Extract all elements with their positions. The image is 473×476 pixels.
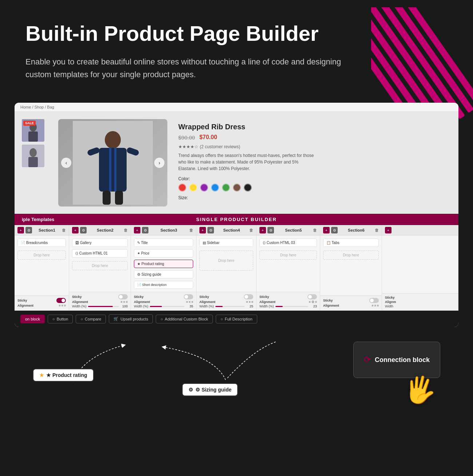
section5-drop[interactable]: Drop here	[259, 251, 317, 260]
block-tabs[interactable]: 📋 Tabs	[323, 239, 379, 247]
section2-drop[interactable]: Drop here	[72, 261, 128, 270]
main-product-image: ‹ ›	[58, 119, 167, 206]
section5-gear-btn[interactable]: ⚙	[267, 227, 274, 233]
align-center-2[interactable]: ≡	[123, 300, 125, 304]
section6-gear-btn[interactable]: ⚙	[331, 227, 338, 233]
section6-title: Section6	[348, 228, 365, 232]
prev-arrow[interactable]: ‹	[61, 158, 71, 168]
section4-drop[interactable]: Drop here	[199, 251, 253, 271]
swatch-green[interactable]	[222, 184, 230, 192]
section4-gear-btn[interactable]: ⚙	[207, 227, 214, 233]
hero-title: Built-in Product Page Builder	[25, 22, 324, 45]
section-col-5: + ⚙ Section5 🗑 ⟨⟩ Custom HTML 03 Drop he…	[257, 225, 320, 310]
svg-point-11	[29, 148, 37, 157]
hero-section: Built-in Product Page Builder Enable you…	[0, 0, 473, 95]
svg-point-8	[29, 123, 37, 131]
block-custom-html-01[interactable]: ⟨⟩ Custom HTML 01	[72, 249, 128, 257]
section1-add-btn[interactable]: +	[17, 227, 24, 233]
svg-point-14	[105, 131, 121, 149]
align-right[interactable]: ≡	[64, 304, 66, 307]
section6-add-btn[interactable]: +	[323, 227, 330, 233]
align-left-2[interactable]: ≡	[120, 300, 122, 304]
align-center[interactable]: ≡	[61, 304, 63, 307]
section3-title: Section3	[160, 228, 177, 232]
builder-bar-left-label: iple Templates	[22, 217, 54, 222]
block-breadcrumbs[interactable]: 📄 Breadcrumbs	[17, 239, 66, 247]
hero-description: Enable you to create beautiful online st…	[25, 55, 342, 81]
swatch-purple[interactable]	[200, 184, 208, 192]
swatch-yellow[interactable]	[189, 184, 197, 192]
full-desc-icon: ○	[220, 317, 223, 321]
toolbar-on-block[interactable]: on block	[20, 315, 45, 323]
section4-delete[interactable]: 🗑	[249, 228, 253, 232]
section5-header: + ⚙ Section5 🗑	[257, 225, 320, 236]
section4-sticky-toggle[interactable]	[244, 294, 253, 299]
section1-drop[interactable]: Drop here	[17, 251, 66, 260]
block-sidebar[interactable]: ▤ Sidebar	[199, 239, 253, 247]
section3-header: + ⚙ Section3 🗑	[131, 225, 196, 236]
floating-sizing-label: ⚙ ⚙ Sizing guide	[182, 383, 238, 396]
section4-add-btn[interactable]: +	[199, 227, 206, 233]
section3-gear-btn[interactable]: ⚙	[142, 227, 148, 233]
section6-drop[interactable]: Drop here	[323, 251, 379, 260]
section3-body: ✎ Title ✦ Price ★ Product rating ⚙ Sizin…	[131, 236, 196, 292]
toolbar-compare[interactable]: ○ Compare	[76, 315, 106, 323]
next-arrow[interactable]: ›	[154, 158, 164, 168]
thumbnail-1[interactable]	[22, 119, 44, 142]
section-col-extra: + Sticky Alignm Width	[382, 225, 458, 310]
sync-icon: ⟳	[364, 355, 370, 365]
section3-delete[interactable]: 🗑	[189, 228, 193, 232]
thumbnail-2[interactable]	[22, 145, 44, 167]
block-gallery[interactable]: 🖼 Gallery	[72, 239, 128, 247]
section2-gear-btn[interactable]: ⚙	[80, 227, 87, 233]
section5-add-btn[interactable]: +	[259, 227, 266, 233]
swatch-red[interactable]	[178, 184, 186, 192]
svg-rect-20	[103, 191, 111, 205]
section5-sticky-toggle[interactable]	[307, 294, 317, 299]
section-extra-footer: Sticky Alignm Width	[382, 293, 458, 310]
new-price: $70.00	[199, 134, 217, 141]
block-product-rating[interactable]: ★ Product rating	[134, 260, 193, 268]
swatch-brown[interactable]	[233, 184, 241, 192]
block-price[interactable]: ✦ Price	[134, 249, 193, 257]
section6-body: 📋 Tabs Drop here	[320, 236, 382, 295]
section2-footer: Sticky Alignment ≡ ≡ ≡ Width (%) 100	[69, 292, 131, 310]
swatch-blue[interactable]	[211, 184, 219, 192]
product-info: Wrapped Rib Dress $90.00 $70.00 ★★★★☆ (2…	[178, 119, 451, 206]
toolbar-upsell[interactable]: 🛒 Upsell products	[109, 314, 153, 323]
product-description: Trend always offers the season's hottest…	[178, 152, 317, 172]
section1-gear-btn[interactable]: ⚙	[25, 227, 32, 233]
section5-delete[interactable]: 🗑	[313, 228, 317, 232]
rating-star-icon: ★	[39, 372, 44, 378]
section6-sticky-toggle[interactable]	[369, 298, 379, 303]
section-col-6: + ⚙ Section6 🗑 📋 Tabs Drop here Sticky A…	[320, 225, 382, 310]
block-title[interactable]: ✎ Title	[134, 239, 193, 247]
section-extra-header: +	[382, 225, 458, 236]
swatch-black[interactable]	[244, 184, 252, 192]
toolbar-additional-custom[interactable]: ○ Additional Custom Block	[156, 315, 213, 323]
section3-sticky-toggle[interactable]	[184, 294, 193, 299]
align-left[interactable]: ≡	[59, 304, 60, 307]
block-sizing-guide[interactable]: ⚙ Sizing guide	[134, 270, 193, 279]
section3-add-btn[interactable]: +	[134, 227, 140, 233]
section6-header: + ⚙ Section6 🗑	[320, 225, 382, 236]
block-short-description[interactable]: 📄 Short description	[134, 281, 193, 289]
section1-title: Section1	[39, 228, 55, 232]
bottom-toolbar: on block ○ Button ○ Compare 🛒 Upsell pro…	[15, 311, 458, 327]
align-right-2[interactable]: ≡	[126, 300, 128, 304]
product-name: Wrapped Rib Dress	[178, 123, 451, 131]
section1-header: + ⚙ Section1 🗑	[15, 225, 69, 236]
section-extra-add-btn[interactable]: +	[385, 227, 391, 233]
section6-delete[interactable]: 🗑	[375, 228, 379, 232]
additional-icon: ○	[160, 317, 163, 321]
section2-header: + ⚙ Section2 🗑	[69, 225, 131, 236]
section2-add-btn[interactable]: +	[72, 227, 79, 233]
section1-delete[interactable]: 🗑	[62, 228, 66, 232]
section1-sticky-toggle[interactable]	[56, 298, 66, 303]
block-custom-html-03[interactable]: ⟨⟩ Custom HTML 03	[259, 239, 317, 247]
section2-delete[interactable]: 🗑	[124, 228, 128, 232]
section5-body: ⟨⟩ Custom HTML 03 Drop here	[257, 236, 320, 292]
section2-sticky-toggle[interactable]	[118, 294, 128, 299]
toolbar-button[interactable]: ○ Button	[48, 315, 73, 323]
toolbar-full-description[interactable]: ○ Full Description	[216, 315, 257, 323]
